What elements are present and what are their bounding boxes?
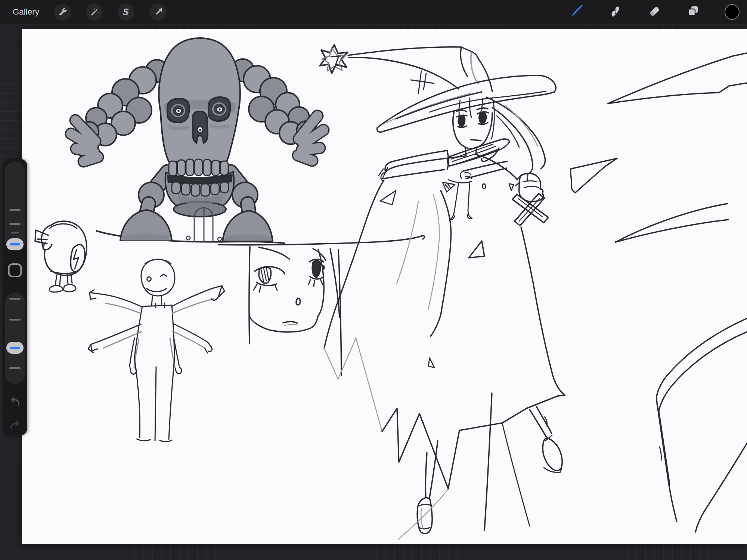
chick-character-sketch [35, 221, 87, 292]
color-button[interactable] [725, 4, 740, 19]
sketch-artwork [22, 29, 747, 544]
wrench-icon [58, 7, 68, 17]
slider-tick [9, 209, 21, 211]
layers-icon [686, 4, 700, 19]
witch-sketch [324, 47, 565, 539]
scribble-star-sketch [320, 45, 348, 73]
brush-sidebar [3, 159, 27, 436]
brush-icon [569, 4, 584, 20]
actions-button[interactable] [54, 4, 71, 21]
gallery-button[interactable]: Gallery [13, 7, 39, 17]
slider-tick [9, 319, 21, 321]
brush-opacity-slider[interactable] [5, 293, 25, 384]
redo-button[interactable] [9, 421, 21, 432]
top-toolbar: Gallery S [0, 0, 747, 24]
slider-tick [9, 298, 21, 300]
selection-s-icon: S [123, 8, 130, 16]
slider-tick [9, 367, 21, 369]
t-pose-figure-sketch [88, 259, 224, 442]
smudge-tool-button[interactable] [608, 4, 623, 19]
erase-tool-button[interactable] [647, 4, 662, 19]
modify-button[interactable] [8, 263, 22, 277]
smudge-finger-icon [609, 4, 622, 19]
slider-tick [11, 232, 19, 233]
undo-arrow-icon [9, 397, 21, 408]
procreate-app: Gallery S [0, 0, 747, 560]
selection-button[interactable]: S [118, 4, 134, 21]
magic-wand-icon [90, 7, 99, 17]
slider-tick [9, 223, 21, 225]
layers-button[interactable] [686, 4, 701, 19]
brush-size-thumb[interactable] [6, 238, 24, 250]
brush-size-slider[interactable] [5, 161, 25, 251]
toolbar-left-group: Gallery S [0, 4, 166, 21]
move-arrow-icon [153, 7, 163, 17]
undo-button[interactable] [9, 397, 21, 408]
paint-tool-button[interactable] [569, 4, 584, 19]
brush-opacity-thumb[interactable] [6, 342, 24, 354]
glass-shards-sketch [571, 53, 747, 532]
adjustments-button[interactable] [86, 4, 103, 21]
toolbar-right-group [569, 0, 747, 24]
transform-button[interactable] [149, 4, 166, 21]
drawing-canvas[interactable] [22, 29, 747, 544]
color-circle-icon [725, 4, 740, 20]
skull-robot-sketch [71, 38, 323, 241]
eraser-icon [648, 4, 661, 19]
redo-arrow-icon [9, 421, 21, 432]
